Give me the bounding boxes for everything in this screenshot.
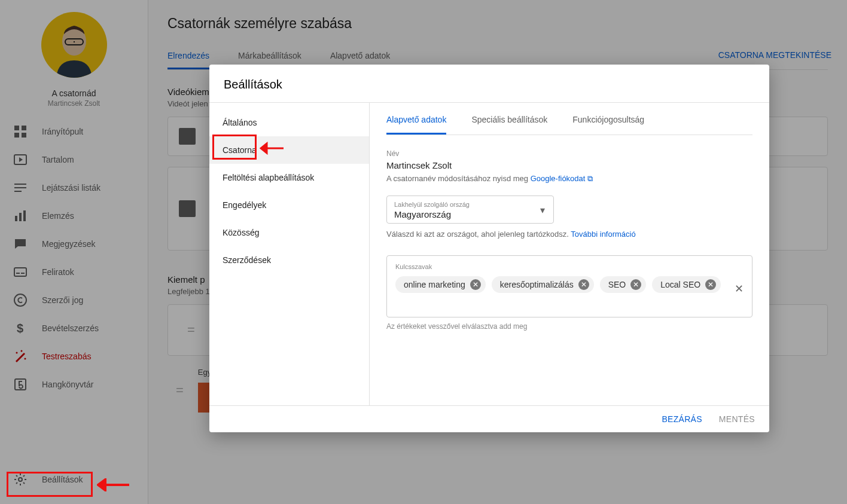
- name-label: Név: [386, 149, 752, 158]
- keyword-chip: online marketing✕: [395, 276, 486, 293]
- name-help: A csatornanév módosításához nyisd meg Go…: [386, 174, 752, 184]
- name-value: Martincsek Zsolt: [386, 160, 752, 170]
- dlg-side-general[interactable]: Általános: [209, 109, 369, 136]
- dialog-title: Beállítások: [209, 65, 769, 103]
- settings-dialog: Beállítások Általános Csatorna Feltöltés…: [209, 65, 769, 432]
- dlg-side-upload[interactable]: Feltöltési alapbeállítások: [209, 164, 369, 191]
- chip-remove-icon[interactable]: ✕: [705, 279, 716, 290]
- country-dropdown[interactable]: Lakhelyül szolgáló ország Magyarország ▾: [386, 196, 554, 224]
- chip-remove-icon[interactable]: ✕: [578, 279, 589, 290]
- dlg-tab-basic[interactable]: Alapvető adatok: [386, 115, 446, 135]
- keyword-chip: SEO✕: [600, 276, 647, 293]
- dialog-footer: BEZÁRÁS MENTÉS: [209, 405, 769, 432]
- chip-remove-icon[interactable]: ✕: [630, 279, 641, 290]
- close-button[interactable]: BEZÁRÁS: [662, 414, 702, 424]
- dialog-tabs: Alapvető adatok Speciális beállítások Fu…: [386, 115, 752, 135]
- dialog-content: Alapvető adatok Speciális beállítások Fu…: [370, 103, 769, 405]
- dlg-side-agreements[interactable]: Szerződések: [209, 246, 369, 274]
- country-help: Válaszd ki azt az országot, ahol jelenle…: [386, 230, 752, 239]
- keywords-chips: online marketing✕ keresőoptimalizálás✕ S…: [395, 276, 744, 293]
- dlg-side-community[interactable]: Közösség: [209, 219, 369, 246]
- keyword-chip: keresőoptimalizálás✕: [492, 276, 594, 293]
- keywords-field[interactable]: Kulcsszavak online marketing✕ keresőopti…: [386, 255, 752, 317]
- save-button[interactable]: MENTÉS: [719, 414, 755, 424]
- keywords-label: Kulcsszavak: [395, 263, 744, 270]
- dlg-side-permissions[interactable]: Engedélyek: [209, 191, 369, 219]
- country-value: Magyarország: [394, 209, 546, 219]
- chip-remove-icon[interactable]: ✕: [470, 279, 481, 290]
- clear-all-icon[interactable]: ✕: [735, 282, 744, 295]
- keyword-chip: Local SEO✕: [652, 276, 721, 293]
- country-label: Lakhelyül szolgáló ország: [394, 201, 546, 208]
- dlg-tab-features[interactable]: Funkciójogosultság: [572, 115, 644, 135]
- external-link-icon: ⧉: [587, 174, 593, 183]
- more-info-link[interactable]: További információ: [571, 230, 635, 239]
- chevron-down-icon: ▾: [540, 204, 545, 215]
- google-account-link[interactable]: Google-fiókodat ⧉: [531, 174, 593, 183]
- keywords-help: Az értékeket vesszővel elválasztva add m…: [386, 322, 752, 331]
- dialog-sidebar: Általános Csatorna Feltöltési alapbeállí…: [209, 103, 370, 405]
- dlg-tab-advanced[interactable]: Speciális beállítások: [471, 115, 547, 135]
- dlg-side-channel[interactable]: Csatorna: [209, 136, 369, 164]
